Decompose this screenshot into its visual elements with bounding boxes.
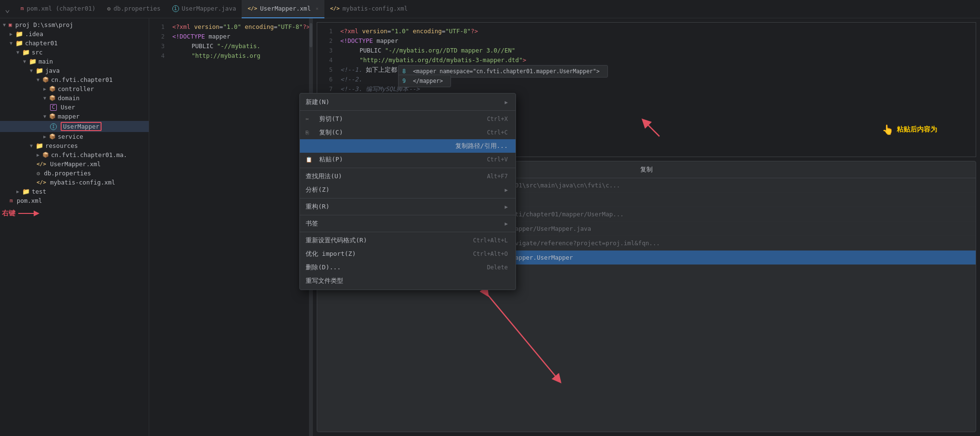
xml-icon-active: </> bbox=[247, 5, 257, 12]
copy-icon: ⎘ bbox=[306, 130, 315, 136]
sidebar-db-label: db.properties bbox=[44, 170, 91, 177]
class-icon-user: C bbox=[50, 104, 57, 111]
arrow-domain: ▼ bbox=[43, 95, 46, 101]
menu-copy-label: 复制(C) bbox=[319, 128, 343, 137]
delete-shortcut: Delete bbox=[487, 264, 508, 271]
pom-icon-sidebar: m bbox=[10, 198, 13, 204]
menu-item-cut[interactable]: ✂ 剪切(T) Ctrl+X bbox=[300, 112, 516, 126]
folder-java-icon: 📁 bbox=[36, 67, 43, 74]
menu-item-copy-path[interactable]: 复制路径/引用... bbox=[300, 139, 516, 153]
menu-item-reformat[interactable]: 重新设置代码格式(R) Ctrl+Alt+L bbox=[300, 234, 516, 247]
interface-icon-usermapper: I bbox=[50, 123, 57, 130]
submenu-arrow-refactor: ▶ bbox=[504, 204, 508, 210]
folder-main-icon: 📁 bbox=[29, 58, 37, 65]
separator-3 bbox=[300, 198, 516, 198]
sidebar-item-java[interactable]: ▼ 📁 java bbox=[0, 66, 149, 75]
sidebar-item-pom[interactable]: m pom.xml bbox=[0, 196, 149, 205]
sidebar-item-mybatis-config[interactable]: </> mybatis-config.xml bbox=[0, 178, 149, 187]
sidebar-main-label: main bbox=[39, 58, 53, 65]
close-icon[interactable]: ✕ bbox=[316, 6, 319, 11]
sidebar-item-resources-package[interactable]: ▶ 📦 cn.fvti.chapter01.ma. bbox=[0, 150, 149, 159]
submenu-arrow-analyze: ▶ bbox=[504, 187, 508, 193]
menu-item-analyze[interactable]: 分析(Z) ▶ bbox=[300, 183, 516, 197]
sidebar-item-user[interactable]: C User bbox=[0, 103, 149, 112]
sidebar-item-domain[interactable]: ▼ 📦 domain bbox=[0, 93, 149, 103]
submenu-arrow-new: ▶ bbox=[504, 99, 508, 106]
menu-item-delete[interactable]: 删除(D)... Delete bbox=[300, 261, 516, 274]
sidebar-package-root-label: cn.fvti.chapter01 bbox=[51, 76, 113, 83]
menu-cut-label: 剪切(T) bbox=[319, 115, 343, 123]
sidebar-chapter01-label: chapter01 bbox=[25, 40, 58, 47]
menu-item-findusages[interactable]: 查找用法(U) Alt+F7 bbox=[300, 170, 516, 183]
menu-refactor-label: 重构(R) bbox=[306, 202, 329, 211]
tab-mybatis-config-label: mybatis-config.xml bbox=[343, 5, 408, 12]
tab-db[interactable]: ⚙ db.properties bbox=[101, 0, 166, 18]
pom-icon: m bbox=[21, 5, 24, 12]
autocomplete-mapper-close: </mapper> bbox=[409, 78, 447, 84]
sidebar-mapper-label: mapper bbox=[58, 113, 79, 120]
tab-usermapper-java[interactable]: i UserMapper.java bbox=[167, 0, 242, 18]
menu-copy-path-label: 复制路径/引用... bbox=[455, 142, 508, 150]
sidebar-item-idea[interactable]: ▶ 📁 .idea bbox=[0, 29, 149, 39]
sidebar-src-label: src bbox=[32, 49, 43, 56]
sidebar-item-service[interactable]: ▶ 📦 service bbox=[0, 132, 149, 141]
xml-icon-mybatis-sidebar: </> bbox=[37, 179, 46, 185]
menu-item-copy[interactable]: ⎘ 复制(C) Ctrl+C bbox=[300, 126, 516, 139]
tab-usermapper-xml[interactable]: </> UserMapper.xml ✕ bbox=[242, 0, 324, 18]
separator-1 bbox=[300, 110, 516, 111]
sidebar-item-resources[interactable]: ▼ 📁 resources bbox=[0, 141, 149, 150]
sidebar-item-src[interactable]: ▼ 📁 src bbox=[0, 48, 149, 57]
package-icon: 📦 bbox=[42, 77, 49, 83]
tab-pom[interactable]: m pom.xml (chapter01) bbox=[15, 0, 102, 18]
sidebar-item-main[interactable]: ▼ 📁 main bbox=[0, 57, 149, 66]
collapse-icon[interactable]: ⌄ bbox=[5, 4, 15, 14]
menu-optimize-label: 优化 import(Z) bbox=[306, 250, 356, 258]
left-code-panel: 1 2 3 4 <?xml version="1.0" encoding="UT… bbox=[149, 18, 313, 436]
interface-icon: i bbox=[172, 5, 179, 12]
hand-icon: 👆 bbox=[882, 124, 894, 135]
menu-analyze-label: 分析(Z) bbox=[306, 185, 329, 194]
sidebar-item-package-root[interactable]: ▼ 📦 cn.fvti.chapter01 bbox=[0, 75, 149, 84]
copy-shortcut: Ctrl+C bbox=[487, 129, 508, 136]
sidebar-item-db-properties[interactable]: ⚙ db.properties bbox=[0, 169, 149, 178]
sidebar-pom-label: pom.xml bbox=[17, 197, 42, 204]
tab-usermapper-java-label: UserMapper.java bbox=[182, 5, 236, 12]
menu-item-paste[interactable]: 📋 粘贴(P) Ctrl+V bbox=[300, 153, 516, 166]
menu-item-refactor[interactable]: 重构(R) ▶ bbox=[300, 200, 516, 213]
sidebar-item-usermapper[interactable]: I UserMapper bbox=[0, 121, 149, 132]
autocomplete-mapper-ns: <mapper namespace="cn.fvti.chapter01.map… bbox=[409, 68, 604, 75]
sidebar-item-test[interactable]: ▶ 📁 test bbox=[0, 187, 149, 196]
line-numbers-left: 1 2 3 4 bbox=[149, 18, 168, 436]
autocomplete-line-9: 9 bbox=[402, 78, 406, 84]
arrow-test: ▶ bbox=[16, 189, 19, 194]
arrow-mapper: ▼ bbox=[43, 114, 46, 119]
arrow-src: ▼ bbox=[16, 50, 19, 55]
sidebar-mybatis-label: mybatis-config.xml bbox=[50, 179, 115, 186]
gear-icon-sidebar: ⚙ bbox=[37, 170, 40, 177]
sidebar-item-chapter01[interactable]: ▼ 📁 chapter01 bbox=[0, 39, 149, 48]
xml-icon-sidebar: </> bbox=[37, 161, 46, 167]
arrow-resources: ▼ bbox=[30, 143, 33, 148]
content-root-value: src/main/java/cn/fvti/chapter01/mapper/U… bbox=[446, 211, 968, 218]
sidebar-item-mapper[interactable]: ▼ 📦 mapper bbox=[0, 112, 149, 121]
arrow-java: ▼ bbox=[30, 68, 33, 73]
menu-item-new[interactable]: 新建(N) ▶ bbox=[300, 95, 516, 109]
sidebar-item-usermapper-xml[interactable]: </> UserMapper.xml bbox=[0, 159, 149, 169]
tab-pom-label: pom.xml (chapter01) bbox=[26, 5, 95, 12]
folder-chapter01-icon: 📁 bbox=[15, 40, 23, 47]
arrow-resources-pkg: ▶ bbox=[37, 152, 39, 158]
sidebar-project-root[interactable]: ▼ ▣ proj D:\ssm\proj bbox=[0, 20, 149, 29]
absolute-path-value: D:\ssm\proj\chapter01\src\main\java\cn\f… bbox=[446, 182, 968, 189]
menu-item-filetype[interactable]: 重写文件类型 bbox=[300, 274, 516, 288]
menu-item-optimize[interactable]: 优化 import(Z) Ctrl+Alt+O bbox=[300, 247, 516, 261]
sidebar-item-controller[interactable]: ▶ 📦 controller bbox=[0, 84, 149, 93]
arrow-idea: ▶ bbox=[10, 31, 13, 37]
arrow-controller: ▶ bbox=[43, 86, 46, 92]
menu-item-bookmarks[interactable]: 书签 ▶ bbox=[300, 217, 516, 230]
separator-2 bbox=[300, 168, 516, 168]
tab-usermapper-xml-label: UserMapper.xml bbox=[260, 5, 310, 12]
tab-mybatis-config[interactable]: </> mybatis-config.xml bbox=[324, 0, 413, 18]
submenu-arrow-bookmarks: ▶ bbox=[504, 221, 508, 227]
tab-bar: ⌄ m pom.xml (chapter01) ⚙ db.properties … bbox=[0, 0, 980, 18]
menu-filetype-label: 重写文件类型 bbox=[306, 277, 343, 285]
